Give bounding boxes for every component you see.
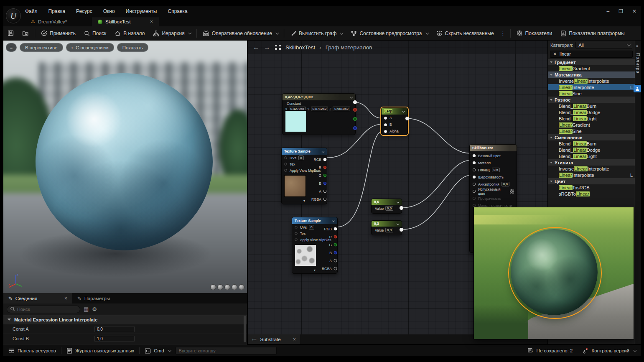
output-pin[interactable]: [353, 100, 357, 104]
output-pin-r[interactable]: [353, 108, 357, 112]
palette-item-21[interactable]: sRGBToLinear: [548, 191, 635, 197]
palette-item-18[interactable]: LinearInterpolateL: [548, 172, 635, 178]
collapse-icon[interactable]: [322, 150, 325, 153]
tab-close-icon[interactable]: ×: [64, 296, 67, 301]
uvs-value[interactable]: 0: [309, 225, 314, 229]
tab-parameters[interactable]: ✎ Параметры: [72, 293, 141, 303]
output-pin[interactable]: [323, 182, 327, 185]
content-drawer-button[interactable]: Панель ресурсов: [3, 345, 61, 356]
details-row-value[interactable]: 0,0: [94, 326, 135, 332]
palette-category-19[interactable]: Цвет: [548, 178, 635, 184]
tab-details[interactable]: ✎ Сведения ×: [3, 293, 72, 303]
material-input-1[interactable]: Металл: [470, 159, 517, 166]
platform-stats-button[interactable]: Показатели платформы: [556, 26, 629, 40]
input-pin[interactable]: [284, 156, 287, 159]
collapse-icon[interactable]: [350, 96, 353, 99]
material-input-0[interactable]: Базовый цвет: [470, 152, 517, 159]
material-input-value[interactable]: 0,5: [492, 168, 500, 172]
input-pin[interactable]: [295, 238, 297, 241]
menu-item-0[interactable]: Файл: [25, 8, 38, 14]
input-pin[interactable]: [384, 130, 387, 133]
preview-shape-cube-button[interactable]: [232, 284, 237, 290]
menu-item-2[interactable]: Ресурс: [76, 8, 92, 14]
clear-search-icon[interactable]: ✕: [553, 51, 557, 57]
hide-unrelated-button[interactable]: Скрыть несвязанные: [432, 26, 498, 40]
tab-substrate[interactable]: ≔ Substrate ×: [248, 334, 300, 344]
z-value-field[interactable]: 0,901042: [333, 107, 350, 111]
preview-shape-cylinder-button[interactable]: [210, 284, 216, 290]
output-pin[interactable]: [323, 158, 327, 161]
palette-item-14[interactable]: Blend_LinearDodge: [548, 147, 635, 153]
material-input-3[interactable]: Шероховатость: [470, 173, 517, 181]
menu-item-3[interactable]: Окно: [103, 8, 115, 14]
palette-item-5[interactable]: LinearSine: [548, 90, 635, 97]
palette-item-3[interactable]: InverseLinearInterpolate: [548, 78, 635, 84]
hierarchy-button[interactable]: Иерархия: [149, 26, 194, 40]
palette-item-11[interactable]: LinearSine: [548, 128, 635, 134]
material-input-4[interactable]: Анизотропия0,0: [470, 181, 517, 188]
node-constant-0-3[interactable]: 0,3 Value 0,3: [371, 220, 402, 235]
input-pin[interactable]: [295, 232, 297, 235]
output-pin[interactable]: [334, 227, 337, 231]
y-value-field[interactable]: 0,871242: [311, 107, 328, 111]
perspective-button[interactable]: В перспективе: [20, 43, 63, 52]
show-button[interactable]: Показать: [117, 43, 148, 52]
details-scrollbar[interactable]: [244, 316, 246, 342]
more-options-icon[interactable]: ⋮: [498, 31, 509, 36]
output-pin[interactable]: [400, 228, 403, 232]
collaborator-badge[interactable]: [634, 85, 641, 92]
viewport-menu-button[interactable]: ≡: [6, 43, 17, 52]
value-field[interactable]: 0,3: [385, 228, 393, 232]
node-constant-0-6[interactable]: 0,6 Value 0,6: [371, 199, 402, 214]
palette-item-10[interactable]: LinearGradient: [548, 122, 635, 128]
output-pin-g[interactable]: [353, 117, 357, 121]
palette-item-9[interactable]: Blend_LinearLight: [548, 115, 635, 122]
input-pin[interactable]: [284, 169, 287, 171]
expand-node-icon[interactable]: ▾: [292, 269, 337, 273]
unsaved-status[interactable]: * Не сохранено: 2: [522, 345, 578, 356]
input-pin[interactable]: [473, 154, 476, 157]
input-pin[interactable]: [384, 117, 387, 120]
palette-item-17[interactable]: InverseLinearInterpolate: [548, 166, 635, 172]
browse-asset-button[interactable]: [18, 26, 33, 40]
live-update-button[interactable]: Оперативное обновление: [199, 26, 282, 40]
tab-dreamvalley[interactable]: ⚠ DreamValley*: [25, 17, 92, 26]
menu-item-4[interactable]: Инструменты: [126, 8, 157, 14]
output-pin-b[interactable]: [353, 126, 357, 130]
tab-skillboxtest[interactable]: SkillboxTest ×: [92, 17, 159, 26]
output-pin[interactable]: [405, 117, 409, 120]
preview-shape-mesh-button[interactable]: [239, 284, 244, 290]
output-log-button[interactable]: Журнал выходных данных: [61, 345, 139, 356]
input-pin[interactable]: [473, 176, 476, 178]
collapse-icon[interactable]: [397, 222, 400, 225]
texture-thumbnail[interactable]: [295, 245, 316, 266]
tab-close-icon[interactable]: ×: [150, 19, 153, 25]
output-pin[interactable]: [323, 174, 327, 177]
menu-item-1[interactable]: Правка: [48, 8, 66, 14]
palette-category-2[interactable]: Математика: [548, 71, 635, 78]
output-pin[interactable]: [400, 206, 403, 210]
texture-thumbnail[interactable]: [284, 175, 306, 197]
minimize-button[interactable]: –: [606, 8, 609, 14]
value-field[interactable]: 0,6: [385, 206, 393, 211]
palette-search-input[interactable]: [550, 51, 633, 58]
gear-icon[interactable]: ⚙: [92, 306, 97, 312]
node-texture-sample-1[interactable]: Texture Sample UVs0 Tex Apply View MipBi…: [281, 148, 327, 204]
search-button[interactable]: Поиск: [80, 26, 110, 40]
color-swatch[interactable]: [285, 110, 307, 132]
output-pin[interactable]: [323, 166, 327, 169]
home-button[interactable]: В начало: [110, 26, 149, 40]
collapse-icon[interactable]: [332, 219, 335, 222]
input-pin[interactable]: [473, 161, 476, 164]
material-input-value[interactable]: 0,0: [501, 182, 509, 186]
console-command-input[interactable]: [176, 347, 277, 354]
input-pin[interactable]: [473, 168, 476, 171]
collapse-icon[interactable]: [402, 110, 405, 113]
material-input-6[interactable]: Прозрачность: [470, 195, 517, 202]
node-lerp[interactable]: Lerp ABAlpha: [381, 107, 408, 135]
collapse-icon[interactable]: [397, 201, 400, 204]
material-preview-window[interactable]: [473, 207, 634, 339]
breadcrumb-asset[interactable]: SkillboxTest: [285, 44, 315, 51]
material-input-5[interactable]: Испускаемый цвет: [470, 188, 517, 195]
output-pin[interactable]: [323, 190, 327, 193]
